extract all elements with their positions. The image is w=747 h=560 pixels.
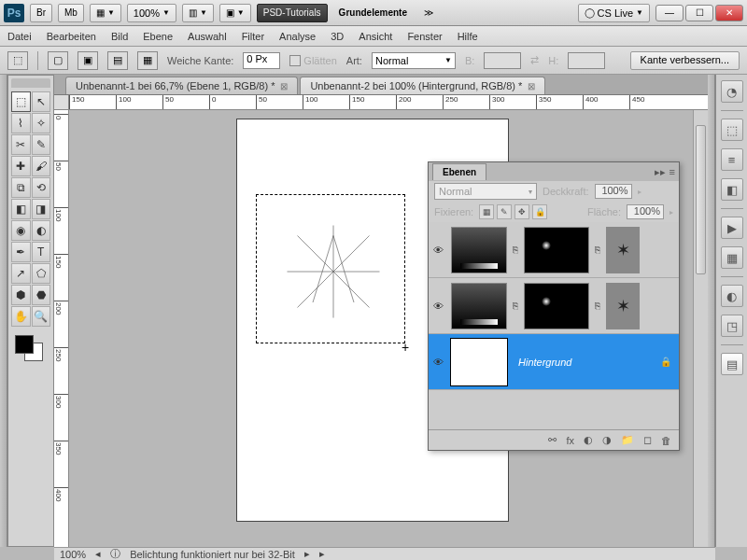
window-minimize[interactable]: — (655, 5, 684, 21)
selection-new[interactable]: ▢ (48, 51, 68, 70)
delete-icon[interactable]: 🗑 (661, 435, 671, 446)
close-icon[interactable]: ⊠ (280, 81, 288, 91)
dock-strip-right[interactable] (708, 75, 715, 547)
window-close[interactable]: ✕ (715, 5, 743, 21)
foreground-color[interactable] (15, 335, 34, 354)
selection-marquee[interactable] (256, 194, 405, 343)
layers-panel-icon[interactable]: ▤ (721, 353, 743, 375)
ruler-vertical[interactable]: 050100150200250300350400 (54, 110, 69, 547)
panel-collapse-icon[interactable]: ▸▸ (655, 166, 666, 178)
tab-doc2[interactable]: Unbenannt-2 bei 100% (Hintergrund, RGB/8… (300, 77, 545, 94)
mask-thumbnail[interactable] (524, 283, 589, 329)
selection-intersect[interactable]: ▦ (137, 51, 158, 70)
circle-panel-icon[interactable]: ◐ (721, 285, 743, 307)
tool-crop[interactable]: ✂ (11, 134, 31, 155)
menu-hilfe[interactable]: Hilfe (458, 31, 478, 42)
tool-type[interactable]: T (32, 242, 51, 262)
ruler-horizontal[interactable]: 15010050050100150200250300350400450 (69, 95, 708, 110)
lock-transparent[interactable]: ▦ (479, 204, 494, 219)
refine-edge-button[interactable]: Kante verbessern... (630, 51, 740, 70)
status-arrow[interactable]: ▸ (304, 548, 310, 560)
link-layers-icon[interactable]: ⚯ (548, 434, 557, 446)
adjustment-icon[interactable]: ◑ (602, 434, 612, 446)
tool-eraser[interactable]: ◧ (11, 199, 31, 219)
window-maximize[interactable]: ☐ (685, 5, 713, 21)
feather-input[interactable]: 0 Px (243, 52, 280, 69)
menu-filter[interactable]: Filter (242, 31, 264, 42)
tool-pen[interactable]: ✒ (11, 242, 31, 262)
tool-brush[interactable]: 🖌 (32, 156, 51, 176)
tool-eyedropper[interactable]: ✎ (32, 134, 51, 155)
layers-tab[interactable]: Ebenen (432, 163, 486, 180)
opacity-flyout[interactable]: ▸ (638, 188, 641, 196)
canvas-viewport[interactable]: + Ebenen ▸▸≡ Normal▾ Deckkraft: 100% ▸ (69, 110, 708, 547)
fx-icon[interactable]: fx (566, 435, 574, 446)
layer-row[interactable]: 👁 ⎘ ⎘ ✶ (429, 278, 679, 334)
effect-thumbnail[interactable]: ✶ (606, 283, 640, 329)
status-arrow-left[interactable]: ◂ (95, 548, 101, 560)
status-zoom[interactable]: 100% (60, 549, 86, 560)
cslive-button[interactable]: ◯ CS Live ▼ (578, 4, 650, 22)
view-extras-button[interactable]: ▦ ▼ (90, 4, 121, 22)
visibility-icon[interactable]: 👁 (429, 357, 447, 368)
scrollbar-vertical[interactable] (693, 110, 708, 547)
bridge-button[interactable]: Br (30, 4, 52, 22)
menu-bild[interactable]: Bild (111, 31, 128, 42)
tool-lasso[interactable]: ⌇ (11, 113, 31, 133)
ruler-origin[interactable] (54, 95, 69, 110)
close-icon[interactable]: ⊠ (528, 81, 535, 91)
tool-move[interactable]: ↖ (32, 91, 51, 112)
scrollbar-thumb[interactable] (696, 125, 706, 274)
screenmode-button[interactable]: ▣ ▼ (219, 4, 251, 22)
selection-add[interactable]: ▣ (78, 51, 98, 70)
mask-icon[interactable]: ◐ (584, 434, 593, 446)
lock-pixels[interactable]: ✎ (497, 204, 512, 219)
menu-ebene[interactable]: Ebene (143, 31, 173, 42)
tool-marquee[interactable]: ⬚ (11, 91, 31, 112)
swatches-panel-icon[interactable]: ⬚ (721, 119, 743, 141)
workspace-more[interactable]: ≫ (418, 4, 439, 22)
tool-shape[interactable]: ⬠ (32, 263, 51, 284)
cube-panel-icon[interactable]: ◳ (721, 315, 743, 337)
effect-thumbnail[interactable]: ✶ (606, 227, 640, 273)
tool-path[interactable]: ↗ (11, 263, 31, 284)
adjustment-thumbnail[interactable] (451, 227, 507, 273)
tool-3dcam[interactable]: ⬣ (32, 285, 51, 305)
tool-preset[interactable]: ⬚ (7, 51, 28, 70)
tool-zoom[interactable]: 🔍 (32, 306, 51, 327)
dock-strip-left[interactable] (0, 75, 7, 547)
tool-blur[interactable]: ◉ (11, 220, 31, 241)
menu-analyse[interactable]: Analyse (279, 31, 316, 42)
workspace-grundelemente[interactable]: Grundelemente (333, 4, 413, 22)
adjustment-thumbnail[interactable] (451, 283, 507, 329)
new-layer-icon[interactable]: ◻ (643, 434, 652, 446)
menu-bearbeiten[interactable]: Bearbeiten (47, 31, 96, 42)
adjust-panel-icon[interactable]: ≡ (721, 148, 743, 171)
lock-position[interactable]: ✥ (514, 204, 529, 219)
menu-fenster[interactable]: Fenster (407, 31, 442, 42)
tool-hand[interactable]: ✋ (11, 306, 31, 327)
mask-thumbnail[interactable] (524, 227, 589, 273)
menu-datei[interactable]: Datei (7, 31, 32, 42)
tool-heal[interactable]: ✚ (11, 156, 31, 176)
fill-flyout[interactable]: ▸ (669, 208, 673, 217)
layer-row[interactable]: 👁 ⎘ ⎘ ✶ (429, 222, 679, 278)
visibility-icon[interactable]: 👁 (429, 301, 447, 312)
group-icon[interactable]: 📁 (621, 434, 634, 446)
toolbox-grip[interactable] (11, 78, 50, 88)
styles-panel-icon[interactable]: ▦ (721, 246, 743, 269)
layer-thumbnail[interactable] (451, 339, 507, 385)
panel-menu-icon[interactable]: ≡ (669, 166, 675, 178)
opacity-input[interactable]: 100% (595, 184, 632, 199)
actions-panel-icon[interactable]: ▶ (721, 217, 743, 239)
arrange-button[interactable]: ▥ ▼ (182, 4, 214, 22)
layer-row-background[interactable]: 👁 Hintergrund 🔒 (429, 334, 679, 390)
tool-3d[interactable]: ⬢ (11, 285, 31, 305)
minibridge-button[interactable]: Mb (58, 4, 84, 22)
color-panel-icon[interactable]: ◔ (721, 80, 743, 103)
antialias-checkbox[interactable] (289, 55, 301, 66)
menu-3d[interactable]: 3D (331, 31, 344, 42)
tool-dodge[interactable]: ◐ (32, 220, 51, 241)
layer-name[interactable]: Hintergrund (511, 357, 660, 368)
tool-history[interactable]: ⟲ (32, 177, 51, 198)
